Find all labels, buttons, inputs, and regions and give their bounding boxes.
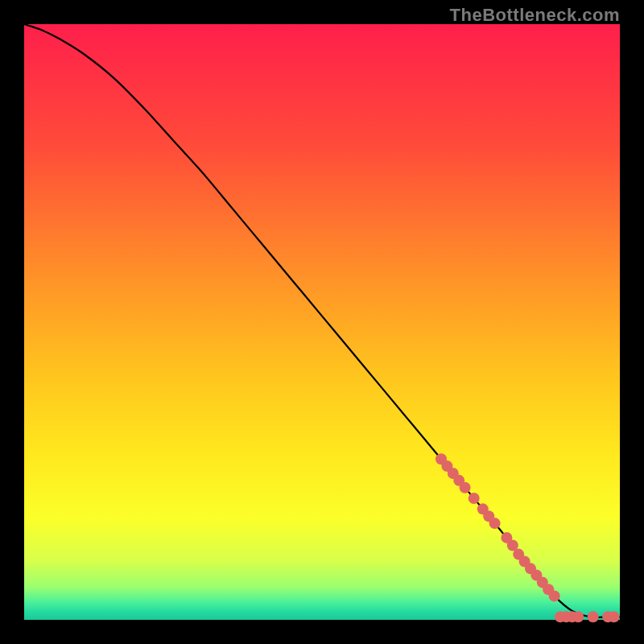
curve-layer xyxy=(24,24,620,620)
data-marker xyxy=(588,611,599,622)
data-marker xyxy=(549,590,560,601)
data-markers xyxy=(436,453,620,622)
bottleneck-curve xyxy=(24,24,620,617)
chart-container: TheBottleneck.com xyxy=(0,0,644,644)
data-marker xyxy=(469,493,480,504)
data-marker xyxy=(489,518,501,529)
plot-area xyxy=(24,24,620,620)
data-marker xyxy=(572,611,584,622)
data-marker xyxy=(460,482,471,493)
data-marker xyxy=(609,611,620,622)
watermark-text: TheBottleneck.com xyxy=(450,5,620,26)
